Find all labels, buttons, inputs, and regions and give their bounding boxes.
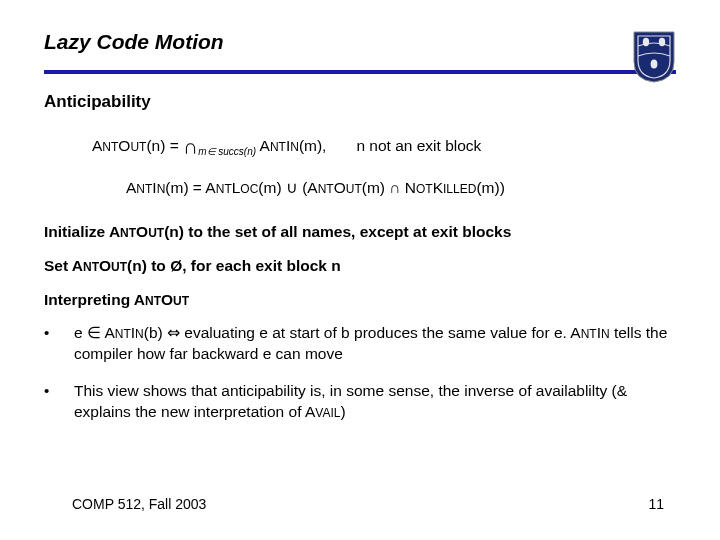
set-text: Set ANTOUT(n) to Ø, for each exit block … (44, 257, 676, 275)
svg-point-2 (651, 60, 658, 69)
page-number: 11 (648, 496, 664, 512)
svg-point-1 (659, 38, 665, 46)
bullet-2: This view shows that anticipability is, … (44, 381, 676, 423)
title-divider (44, 70, 676, 74)
equation-antin: ANTIN(m) = ANTLOC(m) ∪ (ANTOUT(m) ∩ NOTK… (126, 179, 676, 197)
bullet-1: e ∈ ANTIN(b) ⇔ evaluating e at start of … (44, 323, 676, 365)
page-title: Lazy Code Motion (44, 30, 224, 54)
footer-course: COMP 512, Fall 2003 (72, 496, 206, 512)
crest-logo (632, 30, 676, 84)
equation-antout: ANTOUT(n) = ∩m∈ succs(n) ANTIN(m),n not … (92, 132, 676, 157)
intersection-icon: ∩ (183, 135, 198, 159)
initialize-text: Initialize ANTOUT(n) to the set of all n… (44, 223, 676, 241)
section-heading: Anticipability (44, 92, 676, 112)
interpreting-heading: Interpreting ANTOUT (44, 291, 676, 309)
svg-point-0 (643, 38, 649, 46)
